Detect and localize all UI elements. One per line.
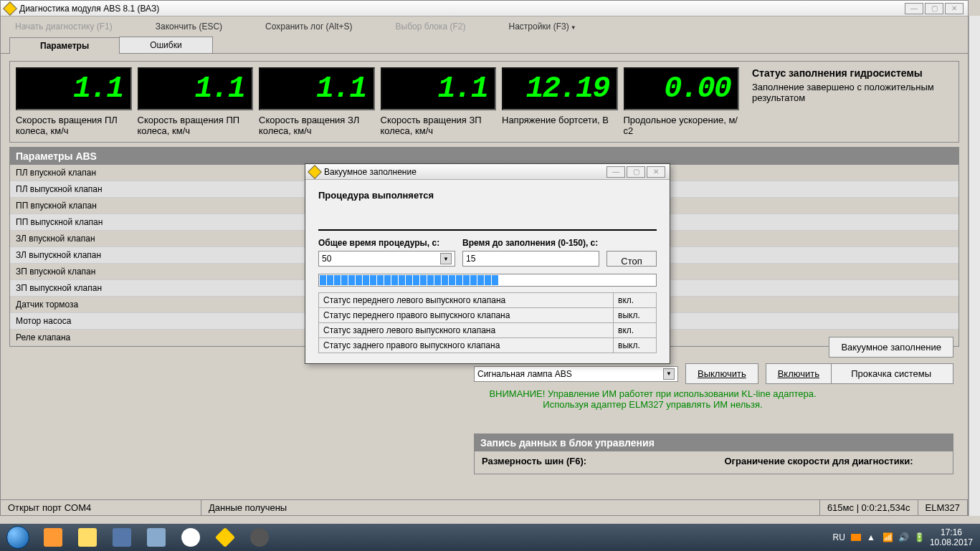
status-timing: 615мс | 0:0:21,534с bbox=[820, 500, 918, 515]
system-tray: RU ▲ 📶 🔊 🔋 17:16 10.08.2017 bbox=[826, 527, 980, 548]
task-app1[interactable] bbox=[105, 525, 138, 550]
statusbar: Открыт порт COM4 Данные получены 615мс |… bbox=[1, 499, 968, 515]
menu-finish[interactable]: Закончить (ESC) bbox=[156, 21, 222, 32]
dialog-maximize-button[interactable]: ▢ bbox=[627, 166, 645, 178]
menubar: Начать диагностику (F1) Закончить (ESC) … bbox=[1, 16, 968, 37]
chevron-down-icon: ▼ bbox=[440, 253, 452, 264]
dialog-title-text: Вакуумное заполнение bbox=[324, 167, 606, 177]
battery-icon[interactable]: 🔋 bbox=[914, 532, 924, 542]
taskbar: RU ▲ 📶 🔊 🔋 17:16 10.08.2017 bbox=[0, 524, 980, 551]
clock[interactable]: 17:16 10.08.2017 bbox=[930, 527, 973, 548]
chevron-down-icon: ▼ bbox=[663, 368, 675, 380]
app-icon bbox=[3, 1, 17, 16]
menu-save[interactable]: Сохранить лог (Alt+S) bbox=[265, 21, 353, 32]
window-title: Диагностика модуля ABS 8.1 (ВАЗ) bbox=[19, 4, 905, 14]
fill-time-label: Время до заполнения (0-150), с: bbox=[462, 238, 599, 248]
vacuum-dialog: Вакуумное заполнение — ▢ ✕ Процедура вып… bbox=[305, 163, 670, 364]
section-header: Параметры ABS bbox=[10, 148, 958, 165]
task-explorer[interactable] bbox=[71, 525, 104, 550]
dialog-minimize-button[interactable]: — bbox=[606, 166, 625, 178]
gauge-fr-speed: 1.1 Скорость вращения ПП колеса, км/ч bbox=[138, 67, 254, 136]
gauge-rl-speed: 1.1 Скорость вращения ЗЛ колеса, км/ч bbox=[259, 67, 375, 136]
titlebar: Диагностика модуля ABS 8.1 (ВАЗ) — ▢ ✕ bbox=[1, 1, 968, 16]
tire-size-label: Размерность шин (F6): bbox=[482, 456, 703, 466]
tab-errors[interactable]: Ошибки bbox=[119, 37, 213, 53]
task-mediaplayer[interactable] bbox=[37, 525, 70, 550]
progress-bar bbox=[318, 274, 657, 287]
gauges-panel: 1.1 Скорость вращения ПЛ колеса, км/ч 1.… bbox=[9, 61, 959, 143]
valve-status-table: Статус переднего левого выпускного клапа… bbox=[318, 292, 657, 353]
tab-params[interactable]: Параметры bbox=[9, 37, 120, 54]
task-diag-app[interactable] bbox=[209, 525, 242, 550]
menu-select-block[interactable]: Выбор блока (F2) bbox=[396, 21, 466, 32]
total-time-label: Общее время процедуры, с: bbox=[318, 238, 455, 248]
menu-start[interactable]: Начать диагностику (F1) bbox=[15, 21, 113, 32]
table-row: Статус переднего правого выпускного клап… bbox=[319, 308, 657, 323]
hydro-status-panel: Статус заполнения гидросистемы Заполнени… bbox=[745, 67, 953, 136]
flag-icon[interactable] bbox=[851, 534, 861, 541]
actuator-controls: Сигнальная лампа ABS ▼ Выключить Включит… bbox=[474, 363, 832, 410]
write-data-section: Запись данных в блок управления Размерно… bbox=[474, 433, 953, 474]
table-row: Статус переднего левого выпускного клапа… bbox=[319, 293, 657, 308]
tabs: Параметры Ошибки bbox=[1, 37, 968, 54]
gauge-rr-speed: 1.1 Скорость вращения ЗП колеса, км/ч bbox=[381, 67, 497, 136]
volume-icon[interactable]: 🔊 bbox=[898, 532, 908, 542]
maximize-button[interactable]: ▢ bbox=[925, 3, 943, 14]
dialog-close-button[interactable]: ✕ bbox=[647, 166, 665, 178]
dialog-icon bbox=[308, 165, 322, 179]
vertical-scrollbar[interactable] bbox=[969, 16, 980, 516]
close-button[interactable]: ✕ bbox=[945, 3, 964, 14]
stop-button[interactable]: Стоп bbox=[606, 251, 657, 267]
speed-limit-label: Ограничение скорости для диагностики: bbox=[725, 456, 946, 466]
task-calc[interactable] bbox=[140, 525, 173, 550]
turn-off-button[interactable]: Выключить bbox=[685, 363, 758, 384]
table-row: Статус заднего правого выпускного клапан… bbox=[319, 338, 657, 353]
chevron-down-icon: ▼ bbox=[571, 24, 576, 31]
divider bbox=[318, 229, 657, 231]
table-row: Статус заднего левого выпускного клапана… bbox=[319, 323, 657, 338]
vacuum-fill-button[interactable]: Вакуумное заполнение bbox=[829, 337, 953, 358]
status-data: Данные получены bbox=[201, 500, 820, 515]
actuator-combo[interactable]: Сигнальная лампа ABS ▼ bbox=[474, 366, 678, 382]
turn-on-button[interactable]: Включить bbox=[766, 363, 832, 384]
task-app2[interactable] bbox=[243, 525, 276, 550]
gauge-fl-speed: 1.1 Скорость вращения ПЛ колеса, км/ч bbox=[16, 67, 132, 136]
total-time-combo[interactable]: 50 ▼ bbox=[318, 251, 455, 267]
gauge-accel: 0.00 Продольное ускорение, м/с2 bbox=[624, 67, 740, 136]
minimize-button[interactable]: — bbox=[905, 3, 923, 14]
dialog-message: Процедура выполняется bbox=[318, 190, 657, 201]
status-port: Открыт порт COM4 bbox=[1, 500, 201, 515]
warning-text: ВНИМАНИЕ! Управление ИМ работет при испо… bbox=[474, 388, 832, 410]
network-icon[interactable]: 📶 bbox=[883, 532, 893, 542]
start-button[interactable] bbox=[0, 524, 36, 551]
task-chrome[interactable] bbox=[174, 525, 207, 550]
language-indicator[interactable]: RU bbox=[833, 532, 845, 542]
status-adapter: ELM327 bbox=[918, 500, 968, 515]
gauge-voltage: 12.19 Напряжение бортсети, В bbox=[502, 67, 618, 136]
menu-settings[interactable]: Настройки (F3)▼ bbox=[508, 21, 576, 32]
tray-icon-1[interactable]: ▲ bbox=[867, 532, 877, 542]
fill-time-input[interactable]: 15 bbox=[462, 251, 599, 267]
pump-system-button[interactable]: Прокачка системы bbox=[829, 363, 953, 384]
